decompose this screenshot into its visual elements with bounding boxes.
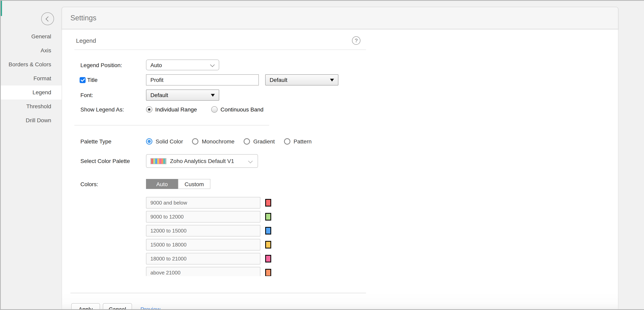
radio-icon [244,138,250,145]
palette-color-1 [153,158,155,163]
font-label: Font: [80,92,146,98]
cancel-button[interactable]: Cancel [103,303,132,309]
triangle-down-icon [211,94,215,97]
back-button[interactable] [41,12,54,25]
radio-icon [284,138,290,145]
color-range-list[interactable] [146,197,618,276]
radio-icon [212,106,218,113]
radio-individual-range-label: Individual Range [155,106,197,113]
radio-monochrome-label: Monochrome [202,138,234,145]
show-legend-as-label: Show Legend As: [80,106,146,113]
legend-position-value: Auto [150,62,162,68]
apply-button[interactable]: Apply [71,303,100,309]
radio-continuous-band-label: Continuous Band [220,106,264,113]
radio-gradient-label: Gradient [253,138,274,145]
colors-row: Colors: Auto Custom [74,179,618,189]
color-range-row [146,225,618,237]
color-swatch[interactable] [265,199,271,206]
radio-individual-range[interactable]: Individual Range [146,106,197,113]
palette-color-6 [163,158,165,163]
radio-icon [146,138,152,145]
radio-solid-color[interactable]: Solid Color [146,138,183,145]
radio-solid-color-label: Solid Color [156,138,183,145]
triangle-down-icon [330,79,334,82]
range-label-input[interactable] [146,225,260,237]
font-row: Font: Default [74,90,618,101]
settings-nav: General Axis Borders & Colors Format Leg… [1,29,62,128]
color-swatch[interactable] [265,255,271,263]
radio-icon [146,106,152,113]
radio-monochrome[interactable]: Monochrome [192,138,234,145]
colors-mode-toggle: Auto Custom [146,179,210,189]
radio-dot [194,140,197,143]
radio-dot [286,140,289,143]
color-range-row [146,211,618,222]
color-palette-value: Zoho Analytics Default V1 [170,158,234,164]
title-checkbox-group: Title [80,77,146,83]
section-divider [74,49,366,50]
radio-pattern[interactable]: Pattern [284,138,312,145]
legend-settings-body: Legend ? Legend Position: Auto Title [62,29,618,309]
palette-preview-icon [150,158,166,164]
color-range-row [146,239,618,251]
radio-continuous-band[interactable]: Continuous Band [212,106,264,113]
radio-gradient[interactable]: Gradient [244,138,274,145]
color-swatch[interactable] [265,241,271,249]
colors-mode-auto[interactable]: Auto [146,179,178,189]
help-icon[interactable]: ? [352,36,360,45]
page-title: Settings [70,14,96,22]
palette-color-0 [151,158,153,163]
legend-position-label: Legend Position: [80,62,146,68]
radio-dot [148,140,151,143]
chevron-left-icon [46,16,50,21]
title-checkbox[interactable] [80,77,86,83]
color-palette-select[interactable]: Zoho Analytics Default V1 [146,154,258,168]
color-swatch[interactable] [265,269,271,276]
chevron-down-icon [248,159,253,163]
sidebar-item-threshold[interactable]: Threshold [1,100,62,114]
sidebar-item-legend[interactable]: Legend [1,86,62,100]
check-icon [80,77,85,82]
colors-mode-custom[interactable]: Custom [178,179,210,189]
range-label-input[interactable] [146,253,260,265]
range-label-input[interactable] [146,239,260,251]
show-legend-as-row: Show Legend As: Individual Range Continu… [74,106,618,113]
settings-window: General Axis Borders & Colors Format Leg… [0,0,644,310]
range-label-input[interactable] [146,267,260,276]
range-label-input[interactable] [146,197,260,208]
sidebar-item-borders-colors[interactable]: Borders & Colors [1,57,62,71]
legend-position-row: Legend Position: Auto [74,59,618,70]
title-font-select[interactable]: Default [265,74,338,86]
sidebar-item-axis[interactable]: Axis [1,43,62,57]
settings-sidebar: General Axis Borders & Colors Format Leg… [1,1,62,309]
radio-pattern-label: Pattern [294,138,312,145]
select-color-palette-label: Select Color Palette [80,158,146,164]
panel-header: Settings [62,7,618,29]
colors-label: Colors: [80,181,146,187]
range-label-input[interactable] [146,211,260,222]
radio-dot [148,108,150,111]
section-title: Legend [76,37,96,44]
palette-type-label: Palette Type [80,138,146,145]
palette-type-row: Palette Type Solid Color Monochrome Grad… [74,138,618,145]
palette-color-5 [161,158,163,163]
settings-panel: Settings Legend ? Legend Position: Auto [62,7,618,309]
color-swatch[interactable] [265,227,271,235]
legend-title-row: Title Default [74,74,618,86]
color-swatch[interactable] [265,213,271,220]
preview-link[interactable]: Preview [140,306,160,309]
title-checkbox-label: Title [87,77,98,83]
sidebar-item-general[interactable]: General [1,29,62,43]
radio-dot [245,140,248,143]
font-select[interactable]: Default [146,90,219,101]
mid-divider [74,125,269,126]
footer-divider [70,293,366,293]
legend-title-input[interactable] [146,74,259,86]
sidebar-item-drill-down[interactable]: Drill Down [1,114,62,128]
legend-position-select[interactable]: Auto [146,59,219,70]
color-range-row [146,253,618,265]
font-value: Default [150,92,168,98]
footer-actions: Apply Cancel Preview [71,303,618,309]
sidebar-item-format[interactable]: Format [1,71,62,86]
color-range-row [146,267,618,276]
